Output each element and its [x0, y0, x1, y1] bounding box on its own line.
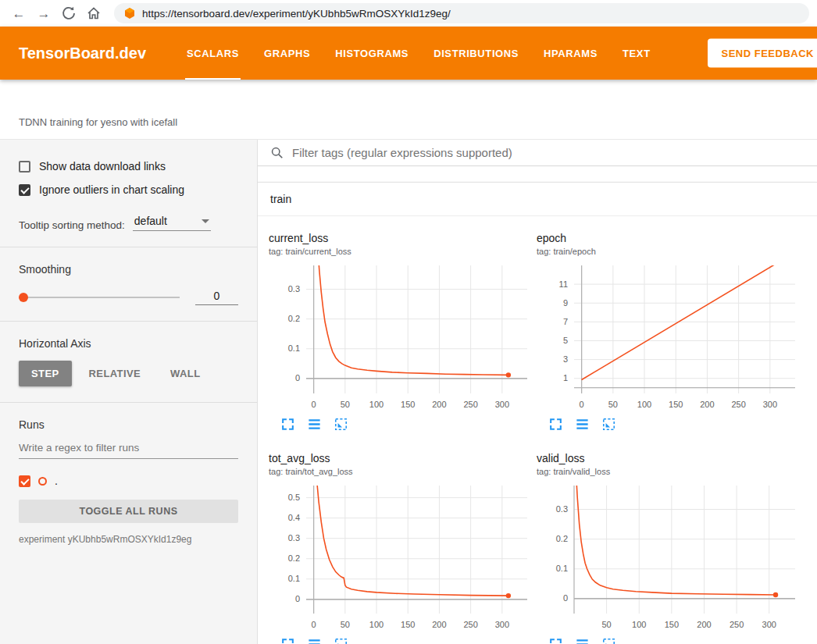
svg-text:0: 0 [580, 400, 584, 409]
runs-filter-input[interactable] [19, 442, 238, 459]
svg-text:250: 250 [463, 400, 477, 409]
checkbox-checked-icon [19, 184, 30, 196]
refresh-icon[interactable] [61, 5, 77, 21]
brand-title: TensorBoard.dev [19, 44, 146, 62]
svg-text:150: 150 [665, 620, 679, 629]
tab-scalars[interactable]: SCALARS [185, 27, 241, 80]
svg-text:0: 0 [312, 620, 316, 629]
tab-histograms[interactable]: HISTOGRAMS [334, 27, 410, 80]
svg-text:0: 0 [295, 373, 300, 382]
divider [0, 402, 257, 403]
svg-text:50: 50 [341, 400, 350, 409]
chart-tag: tag: train/valid_loss [537, 467, 805, 476]
runs-label: Runs [19, 418, 238, 431]
run-checkbox[interactable] [19, 475, 30, 487]
svg-text:50: 50 [608, 400, 618, 409]
svg-text:200: 200 [700, 400, 714, 409]
svg-text:50: 50 [341, 620, 350, 629]
line-chart-epoch[interactable]: 1357911050100150200250300 [537, 261, 805, 414]
show-download-links-checkbox[interactable]: Show data download links [19, 160, 238, 173]
svg-text:200: 200 [697, 620, 711, 629]
browser-chrome: ← → https://tensorboard.dev/experiment/y… [0, 0, 817, 27]
tab-graphs[interactable]: GRAPHS [262, 27, 312, 80]
chart-card-tot-avg-loss: tot_avg_loss tag: train/tot_avg_loss 00.… [269, 452, 537, 644]
chart-toolbar [269, 417, 537, 432]
divider [0, 247, 257, 247]
tab-distributions[interactable]: DISTRIBUTIONS [432, 27, 520, 80]
fit-domain-icon[interactable] [334, 417, 348, 432]
axis-relative-button[interactable]: RELATIVE [77, 361, 154, 386]
svg-text:5: 5 [563, 336, 568, 345]
fit-domain-icon[interactable] [601, 417, 616, 432]
svg-text:11: 11 [559, 279, 568, 289]
forward-icon[interactable]: → [33, 7, 55, 20]
chart-title: epoch [537, 232, 805, 245]
svg-text:150: 150 [669, 400, 683, 409]
svg-text:9: 9 [563, 298, 568, 308]
chart-tag: tag: train/current_loss [269, 247, 537, 256]
group-title[interactable]: train [258, 183, 817, 216]
fit-domain-icon[interactable] [601, 637, 616, 644]
svg-text:0.1: 0.1 [288, 343, 300, 353]
toggle-y-axis-icon[interactable] [307, 637, 322, 644]
fit-domain-icon[interactable] [334, 637, 348, 644]
svg-text:200: 200 [432, 620, 446, 629]
back-icon[interactable]: ← [8, 7, 30, 20]
chart-toolbar [537, 417, 805, 432]
charts-grid: current_loss tag: train/current_loss 00.… [258, 216, 817, 644]
url-bar[interactable]: https://tensorboard.dev/experiment/yKUbh… [114, 3, 809, 23]
svg-text:100: 100 [369, 400, 384, 409]
tooltip-sorting-value: default [134, 215, 167, 227]
chart-title: valid_loss [537, 452, 805, 465]
run-item[interactable]: . [19, 475, 238, 487]
line-chart-valid-loss[interactable]: 00.10.20.350100150200250300 [537, 481, 805, 634]
chart-title: current_loss [269, 232, 537, 245]
svg-text:0.1: 0.1 [288, 574, 300, 583]
slider-thumb[interactable] [19, 293, 28, 302]
svg-text:0: 0 [563, 593, 568, 603]
svg-text:1: 1 [563, 373, 568, 382]
toggle-y-axis-icon[interactable] [307, 417, 322, 432]
smoothing-slider[interactable] [19, 292, 180, 303]
tooltip-sorting-select[interactable]: default [133, 215, 211, 231]
toggle-all-runs-button[interactable]: TOGGLE ALL RUNS [19, 500, 238, 523]
search-icon [270, 146, 284, 159]
tag-filter-input[interactable] [291, 145, 805, 160]
tab-hparams[interactable]: HPARAMS [542, 27, 599, 80]
train-group-card: train current_loss tag: train/current_lo… [258, 182, 817, 644]
axis-step-button[interactable]: STEP [19, 361, 72, 386]
axis-wall-button[interactable]: WALL [158, 361, 212, 386]
ignore-outliers-checkbox[interactable]: Ignore outliers in chart scaling [19, 183, 238, 196]
expand-chart-icon[interactable] [548, 637, 563, 644]
content: Show data download links Ignore outliers… [0, 139, 817, 644]
experiment-bar: TDNN training for yesno with icefall [0, 80, 817, 139]
tooltip-sorting-row: Tooltip sorting method: default [19, 215, 238, 231]
tab-text[interactable]: TEXT [621, 27, 652, 80]
expand-chart-icon[interactable] [280, 637, 295, 644]
svg-text:0.5: 0.5 [288, 493, 300, 502]
expand-chart-icon[interactable] [280, 417, 295, 432]
svg-text:7: 7 [563, 317, 568, 326]
settings-sidebar: Show data download links Ignore outliers… [0, 140, 258, 644]
chart-toolbar [537, 637, 805, 644]
run-name: . [55, 475, 58, 487]
line-chart-current-loss[interactable]: 00.10.20.3050100150200250300 [269, 261, 537, 414]
svg-text:0: 0 [295, 594, 300, 603]
toggle-y-axis-icon[interactable] [575, 637, 590, 644]
svg-text:300: 300 [495, 620, 509, 629]
toggle-y-axis-icon[interactable] [575, 417, 590, 432]
expand-chart-icon[interactable] [548, 417, 563, 432]
dropdown-caret-icon [202, 219, 209, 223]
line-chart-tot-avg-loss[interactable]: 00.10.20.30.40.5050100150200250300 [269, 481, 537, 634]
svg-text:0.2: 0.2 [288, 553, 300, 563]
chart-title: tot_avg_loss [269, 452, 537, 465]
experiment-id-caption: experiment yKUbhb5wRmOSXYkId1z9eg [19, 534, 238, 545]
smoothing-label: Smoothing [19, 263, 238, 276]
chart-card-valid-loss: valid_loss tag: train/valid_loss 00.10.2… [537, 452, 805, 644]
send-feedback-button[interactable]: SEND FEEDBACK [708, 39, 817, 68]
home-icon[interactable] [86, 5, 102, 21]
scalars-panel: train current_loss tag: train/current_lo… [258, 140, 817, 644]
run-color-swatch [38, 477, 47, 486]
smoothing-value[interactable]: 0 [195, 290, 238, 305]
svg-text:150: 150 [401, 400, 415, 409]
